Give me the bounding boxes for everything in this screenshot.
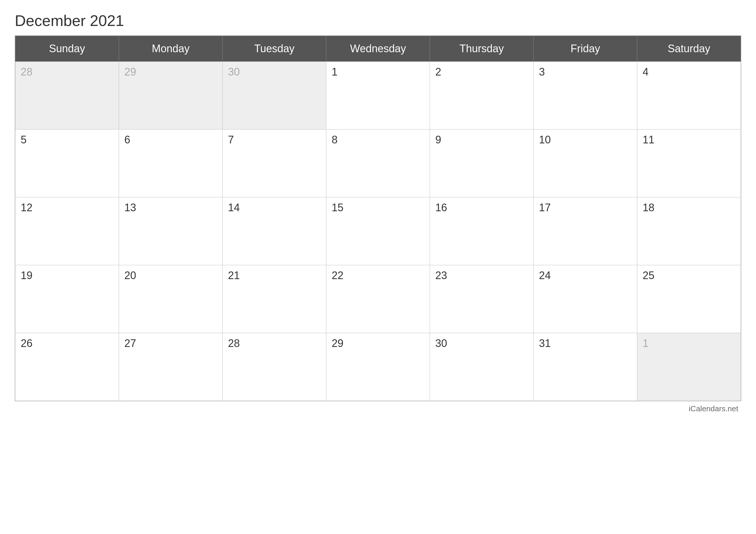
calendar-day[interactable]: 14 xyxy=(223,197,326,265)
weekday-saturday: Saturday xyxy=(637,36,741,62)
weekday-tuesday: Tuesday xyxy=(223,36,326,62)
calendar-day[interactable]: 23 xyxy=(430,265,534,333)
calendar-day[interactable]: 13 xyxy=(119,197,223,265)
calendar-day[interactable]: 30 xyxy=(223,62,326,130)
calendar-day[interactable]: 31 xyxy=(534,333,637,401)
weekday-sunday: Sunday xyxy=(15,36,119,62)
calendar-day[interactable]: 29 xyxy=(326,333,430,401)
footer-credit: iCalendars.net xyxy=(15,404,741,413)
weekday-wednesday: Wednesday xyxy=(326,36,430,62)
calendar-day[interactable]: 20 xyxy=(119,265,223,333)
calendar-day[interactable]: 9 xyxy=(430,130,534,197)
calendar-day[interactable]: 27 xyxy=(119,333,223,401)
calendar-day[interactable]: 16 xyxy=(430,197,534,265)
calendar-day[interactable]: 28 xyxy=(15,62,119,130)
calendar-day[interactable]: 26 xyxy=(15,333,119,401)
calendar-day[interactable]: 3 xyxy=(534,62,637,130)
calendar-day[interactable]: 11 xyxy=(637,130,741,197)
page-title: December 2021 xyxy=(15,12,741,30)
calendar-day[interactable]: 29 xyxy=(119,62,223,130)
calendar-week-4: 19202122232425 xyxy=(15,265,741,333)
calendar-body: 2829301234567891011121314151617181920212… xyxy=(15,62,741,401)
calendar-day[interactable]: 28 xyxy=(223,333,326,401)
calendar-week-2: 567891011 xyxy=(15,130,741,197)
calendar-day[interactable]: 17 xyxy=(534,197,637,265)
calendar-day[interactable]: 7 xyxy=(223,130,326,197)
weekday-friday: Friday xyxy=(534,36,637,62)
calendar-day[interactable]: 30 xyxy=(430,333,534,401)
calendar-day[interactable]: 18 xyxy=(637,197,741,265)
weekday-thursday: Thursday xyxy=(430,36,534,62)
calendar-day[interactable]: 1 xyxy=(637,333,741,401)
calendar-day[interactable]: 19 xyxy=(15,265,119,333)
weekday-header-row: SundayMondayTuesdayWednesdayThursdayFrid… xyxy=(15,36,741,62)
calendar-week-1: 2829301234 xyxy=(15,62,741,130)
calendar-day[interactable]: 21 xyxy=(223,265,326,333)
calendar-day[interactable]: 15 xyxy=(326,197,430,265)
calendar-day[interactable]: 12 xyxy=(15,197,119,265)
calendar-day[interactable]: 22 xyxy=(326,265,430,333)
weekday-monday: Monday xyxy=(119,36,223,62)
calendar-day[interactable]: 2 xyxy=(430,62,534,130)
calendar-day[interactable]: 4 xyxy=(637,62,741,130)
calendar-day[interactable]: 1 xyxy=(326,62,430,130)
calendar-week-3: 12131415161718 xyxy=(15,197,741,265)
calendar: SundayMondayTuesdayWednesdayThursdayFrid… xyxy=(15,36,741,401)
calendar-week-5: 2627282930311 xyxy=(15,333,741,401)
calendar-day[interactable]: 5 xyxy=(15,130,119,197)
calendar-day[interactable]: 8 xyxy=(326,130,430,197)
calendar-day[interactable]: 10 xyxy=(534,130,637,197)
calendar-day[interactable]: 6 xyxy=(119,130,223,197)
calendar-day[interactable]: 25 xyxy=(637,265,741,333)
calendar-day[interactable]: 24 xyxy=(534,265,637,333)
